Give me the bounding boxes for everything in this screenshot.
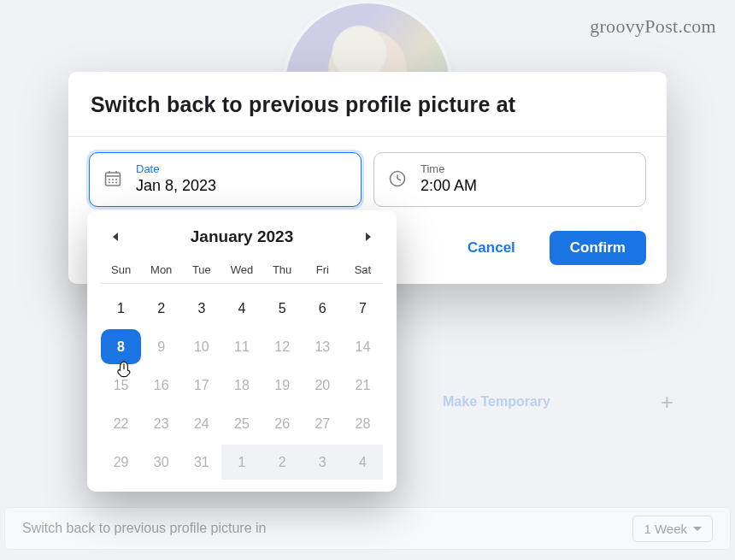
calendar-day[interactable]: 21: [343, 368, 383, 403]
calendar-day[interactable]: 17: [181, 368, 221, 403]
calendar-dow: Sat: [343, 258, 383, 283]
clock-icon: [386, 168, 409, 190]
date-field[interactable]: Date Jan 8, 2023: [89, 152, 362, 207]
calendar-day[interactable]: 13: [303, 329, 343, 364]
date-field-value: Jan 8, 2023: [136, 177, 216, 195]
date-picker-popover: January 2023 SunMonTueWedThuFriSat 12345…: [87, 210, 397, 492]
calendar-day[interactable]: 8: [101, 329, 141, 364]
duration-dropdown[interactable]: 1 Week: [632, 516, 713, 542]
calendar-day[interactable]: 4: [221, 291, 262, 326]
calendar-day[interactable]: 27: [303, 406, 343, 441]
calendar-day[interactable]: 22: [101, 406, 141, 441]
calendar-day[interactable]: 29: [101, 445, 141, 480]
cancel-button[interactable]: Cancel: [447, 231, 536, 265]
modal-title: Switch back to previous profile picture …: [91, 92, 644, 117]
calendar-day[interactable]: 2: [262, 445, 303, 480]
date-field-label: Date: [136, 162, 216, 175]
calendar-day[interactable]: 23: [141, 406, 181, 441]
calendar-day[interactable]: 5: [262, 291, 303, 326]
calendar-day[interactable]: 11: [221, 329, 262, 364]
calendar-day[interactable]: 7: [343, 291, 383, 326]
calendar-dow: Wed: [221, 258, 262, 283]
calendar-dow: Sun: [101, 258, 141, 283]
time-field-value: 2:00 AM: [420, 177, 477, 195]
calendar-day[interactable]: 2: [141, 291, 181, 326]
plus-icon[interactable]: +: [661, 389, 673, 416]
calendar-day[interactable]: 4: [343, 445, 383, 480]
calendar-day[interactable]: 12: [262, 329, 303, 364]
calendar-day[interactable]: 18: [221, 368, 262, 403]
calendar-day[interactable]: 1: [101, 291, 141, 326]
chevron-down-icon: [693, 527, 702, 531]
calendar-day[interactable]: 25: [221, 406, 262, 441]
calendar-dow: Mon: [141, 258, 181, 283]
calendar-day[interactable]: 14: [343, 329, 383, 364]
calendar-dow: Fri: [303, 258, 343, 283]
calendar-icon: [102, 168, 124, 190]
calendar-day[interactable]: 28: [343, 406, 383, 441]
calendar-day[interactable]: 9: [141, 329, 181, 364]
calendar-dow: Tue: [181, 258, 221, 283]
calendar-day[interactable]: 10: [181, 329, 221, 364]
prev-month-button[interactable]: [103, 224, 128, 250]
calendar-day[interactable]: 3: [181, 291, 221, 326]
mouse-cursor-icon: [116, 361, 132, 378]
make-temporary-label[interactable]: Make Temporary: [443, 394, 550, 410]
calendar-day[interactable]: 20: [303, 368, 343, 403]
svg-line-12: [397, 179, 401, 180]
calendar-day[interactable]: 31: [181, 445, 221, 480]
calendar-day[interactable]: 30: [141, 445, 181, 480]
time-field[interactable]: Time 2:00 AM: [373, 152, 646, 207]
calendar-day[interactable]: 24: [181, 406, 221, 441]
calendar-day[interactable]: 3: [303, 445, 343, 480]
make-temporary-row: Make Temporary +: [443, 383, 673, 421]
next-month-button[interactable]: [356, 224, 381, 250]
duration-dropdown-value: 1 Week: [644, 522, 687, 536]
calendar-day[interactable]: 26: [262, 406, 303, 441]
calendar-day[interactable]: 19: [262, 368, 303, 403]
watermark: groovyPost.com: [590, 15, 716, 38]
calendar-dow: Thu: [262, 258, 303, 283]
calendar-day[interactable]: 6: [303, 291, 343, 326]
time-field-label: Time: [420, 162, 477, 175]
calendar-day[interactable]: 16: [141, 368, 181, 403]
switch-row: Switch back to previous profile picture …: [4, 507, 731, 550]
calendar-day[interactable]: 1: [221, 445, 262, 480]
switch-row-label: Switch back to previous profile picture …: [22, 521, 266, 536]
calendar-month-label: January 2023: [191, 227, 293, 246]
confirm-button[interactable]: Confirm: [550, 231, 646, 265]
